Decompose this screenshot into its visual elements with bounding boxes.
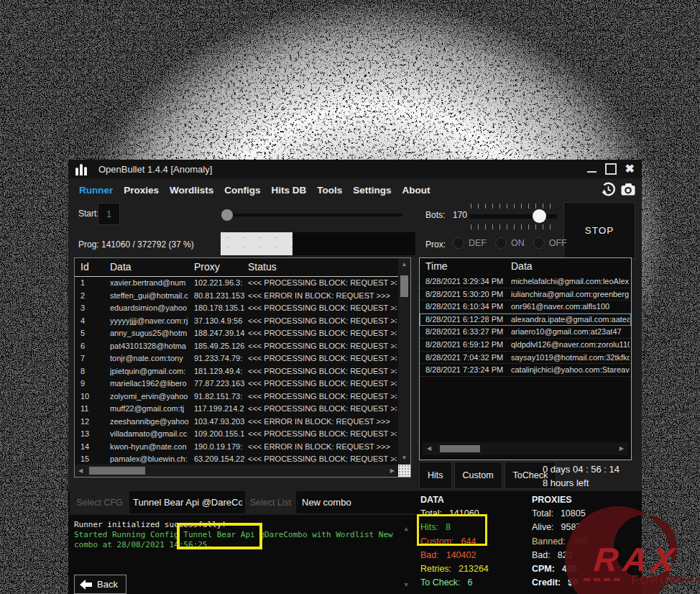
hit-row[interactable]: 8/28/2021 5:30:20 PM iulianchira@gmail.c… [420, 288, 631, 301]
menu-item[interactable]: Wordlists [170, 185, 213, 196]
bots-slider-thumb[interactable] [533, 209, 546, 223]
radio-icon[interactable] [533, 237, 545, 249]
cell-id: 15 [80, 454, 105, 463]
cell-data: alexandra.ipate@gmail.com:aatean [511, 315, 630, 324]
menu-item[interactable]: Runner [79, 185, 113, 196]
stat-value: 644 [461, 536, 476, 547]
scrollbar-thumb[interactable] [440, 445, 480, 452]
column-header-id[interactable]: Id [80, 261, 89, 273]
cell-id: 8 [80, 367, 105, 375]
scroll-up-icon[interactable]: ▲ [398, 260, 410, 270]
hit-row[interactable]: 8/28/2021 7:23:24 PM catalinjichici@yaho… [420, 364, 631, 377]
proxy-mode-option[interactable]: ON [495, 237, 525, 249]
horizontal-scrollbar[interactable]: ◀ ▶ [423, 442, 628, 455]
menu-item[interactable]: Settings [353, 185, 391, 196]
back-button[interactable]: Back [74, 575, 126, 594]
bots-slider-ticks [471, 204, 556, 209]
proxy-mode-option[interactable]: OFF [533, 237, 567, 249]
table-row[interactable]: 7 tonjr@nate.com:tony 91.233.74.79: <<< … [75, 352, 398, 365]
column-header-time[interactable]: Time [425, 260, 448, 272]
stat-label: Bad: [420, 550, 439, 560]
menu-item[interactable]: Hits DB [272, 185, 307, 196]
cell-data: eduardsimion@yahoo [110, 303, 191, 312]
cell-status: <<< PROCESSING BLOCK: REQUEST >>> [248, 367, 397, 375]
menu-item[interactable]: Tools [317, 185, 342, 196]
select-cfg-button[interactable]: Select CFG [70, 491, 129, 513]
resize-grip[interactable] [398, 465, 410, 477]
hit-tab-button[interactable]: Custom [454, 462, 502, 489]
cell-data: villadamato@gmail.cc [110, 429, 191, 438]
runner-table-header: Id Data Proxy Status [75, 258, 398, 277]
scroll-left-icon[interactable]: ◀ [78, 465, 83, 477]
hit-row[interactable]: 8/28/2021 3:29:34 PM michelafalchi@gmail… [420, 275, 631, 288]
start-slider[interactable] [221, 207, 402, 223]
select-list-button[interactable]: Select List [245, 491, 296, 513]
stat-label: CPM: [532, 564, 555, 574]
menu-item[interactable]: Proxies [124, 185, 159, 196]
cell-data: jpietquin@gmail.com: [110, 367, 191, 375]
radio-icon[interactable] [495, 237, 507, 249]
cell-proxy: 102.221.96.3: [194, 278, 245, 287]
hit-row[interactable]: 8/28/2021 6:33:27 PM ariaero10@gmail.com… [420, 326, 631, 339]
table-row[interactable]: 6 pat43101328@hotma 185.49.25.126 <<< PR… [75, 340, 398, 353]
table-row[interactable]: 5 anny_sugus25@hotm 188.247.39.14 <<< PR… [75, 327, 398, 340]
maximize-button[interactable] [605, 163, 617, 175]
radio-icon[interactable] [453, 237, 464, 249]
hit-row[interactable]: 8/28/2021 6:12:28 PM alexandra.ipate@gma… [420, 314, 631, 326]
table-row[interactable]: 15 pamalex@bluewin.ch: 63.209.154.22 <<<… [75, 453, 398, 465]
table-row[interactable]: 14 kwon-hyun@nate.con 190.0.19.179: <<< … [75, 441, 398, 454]
scroll-down-icon[interactable]: ▼ [398, 453, 410, 463]
cell-data: zolyomi_ervin@yahoo [110, 392, 191, 401]
stat-value: 140402 [446, 550, 476, 560]
table-row[interactable]: 9 mariellac1962@libero 77.87.223.163 <<<… [75, 378, 398, 390]
bots-slider-ticks [471, 224, 556, 229]
scroll-left-icon[interactable]: ◀ [427, 442, 431, 455]
camera-icon[interactable] [620, 181, 637, 198]
table-row[interactable]: 1 xavier.bertrand@num 102.221.96.3: <<< … [75, 277, 398, 290]
table-row[interactable]: 3 eduardsimion@yahoo 180.178.135.1 <<< P… [75, 302, 398, 315]
scroll-down-icon[interactable]: ▼ [405, 581, 408, 588]
cell-id: 10 [80, 392, 105, 401]
start-slider-thumb[interactable] [221, 209, 233, 221]
table-row[interactable]: 13 villadamato@gmail.cc 109.200.155.1 <<… [75, 428, 398, 441]
table-row[interactable]: 2 steffen_gui@hotmail.c 80.81.231.153 <<… [75, 290, 398, 303]
close-button[interactable]: ✖ [625, 163, 635, 175]
vertical-scrollbar[interactable]: ▲ ▼ [398, 258, 410, 465]
cell-data: zeeshannibge@yahoo [110, 417, 191, 426]
menu-item[interactable]: Configs [224, 185, 260, 196]
minimize-button[interactable] [587, 165, 597, 174]
hit-row[interactable]: 8/28/2021 7:04:32 PM saysay1019@hotmail.… [420, 352, 631, 365]
table-row[interactable]: 8 jpietquin@gmail.com: 181.129.49.4: <<<… [75, 365, 398, 378]
proxy-mode-option[interactable]: DEF [453, 237, 487, 249]
log-line: combo at 28/08/2021 14:56:25. [68, 540, 415, 550]
hit-tab-button[interactable]: Hits [419, 462, 452, 489]
scrollbar-thumb[interactable] [89, 467, 145, 475]
cell-proxy: 185.49.25.126 [194, 342, 245, 350]
scrollbar-thumb[interactable] [400, 275, 408, 297]
hit-row[interactable]: 8/28/2021 6:10:34 PM onr961@naver.com:al… [420, 301, 631, 314]
horizontal-scrollbar[interactable]: ◀ ▶ [75, 465, 398, 477]
scroll-right-icon[interactable]: ▶ [620, 442, 624, 455]
cell-id: 1 [80, 278, 105, 287]
stop-button[interactable]: STOP [563, 202, 635, 259]
remaining-time: 8 hours left [543, 478, 589, 488]
cell-status: <<< PROCESSING BLOCK: REQUEST >>> [248, 354, 397, 362]
menu-item[interactable]: About [402, 185, 430, 196]
table-row[interactable]: 12 zeeshannibge@yahoo 103.47.93.203 <<< … [75, 416, 398, 429]
column-header-data[interactable]: Data [511, 260, 533, 272]
column-header-data[interactable]: Data [110, 261, 132, 273]
column-header-proxy[interactable]: Proxy [194, 261, 220, 273]
table-row[interactable]: 4 yyyyyjjjj@naver.com:rj 37.130.4.9:56 <… [75, 315, 398, 328]
table-row[interactable]: 10 zolyomi_ervin@yahoo 91.82.151.73: <<<… [75, 390, 398, 403]
stat-value: 10805 [561, 508, 586, 518]
history-icon[interactable] [600, 181, 617, 198]
cell-data: muff22@gmail.com:tj [110, 404, 191, 413]
start-input[interactable]: 1 [98, 203, 120, 225]
bots-slider[interactable] [469, 204, 557, 229]
scroll-up-icon[interactable]: ▲ [405, 525, 408, 532]
column-header-status[interactable]: Status [248, 261, 277, 273]
table-row[interactable]: 11 muff22@gmail.com:tj 117.199.214.2 <<<… [75, 403, 398, 416]
hit-row[interactable]: 8/28/2021 6:59:12 PM qldpdlvl126@naver.c… [420, 339, 631, 352]
scroll-right-icon[interactable]: ▶ [390, 465, 395, 477]
stat-item: Retries: 213264 [420, 564, 489, 577]
